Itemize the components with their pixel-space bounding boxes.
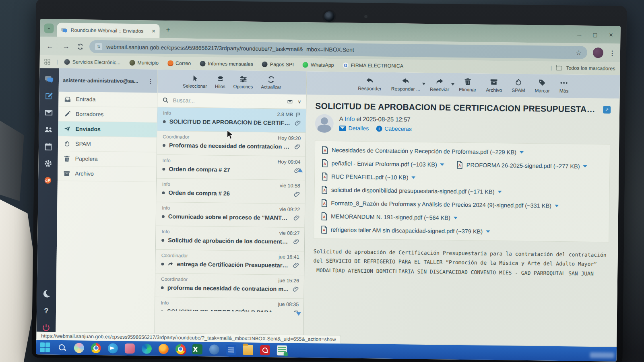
reload-button[interactable]	[77, 43, 84, 50]
message-list-item[interactable]: Coordinador jue 15:26 proforma	[155, 274, 304, 299]
dark-mode-icon[interactable]	[39, 286, 54, 301]
account-header[interactable]: asistente-administrativo@sa...	[59, 68, 158, 93]
excel-icon[interactable]	[192, 344, 202, 354]
address-bar[interactable]: webmail.sanjuan.gob.ec/cpsess9598656217/…	[89, 40, 587, 59]
chrome-profile-icon[interactable]	[175, 344, 186, 354]
mail-icon[interactable]	[41, 105, 56, 120]
browser-circle-icon[interactable]	[209, 344, 219, 354]
flag-icon[interactable]	[295, 112, 301, 117]
attachment-name[interactable]: RUC PENAFIEL.pdf (~10 KB)	[331, 173, 409, 181]
search-options-chevron-icon[interactable]	[298, 99, 301, 105]
details-toggle[interactable]: Detalles	[339, 125, 369, 132]
dropdown-caret-icon[interactable]	[451, 83, 454, 85]
list-toolbar-button[interactable]: Actualizar	[261, 76, 281, 90]
dropdown-caret-icon[interactable]	[422, 82, 425, 85]
account-menu-icon[interactable]	[148, 78, 153, 84]
sheets-icon[interactable]	[277, 345, 287, 355]
new-tab-button[interactable]	[163, 25, 173, 35]
forward-button[interactable]: →	[61, 42, 71, 50]
attachment-menu-caret-icon[interactable]	[454, 217, 458, 219]
start-button[interactable]	[40, 342, 50, 352]
bookmark-item[interactable]: Informes mensuales	[200, 61, 253, 67]
window-maximize-button[interactable]	[592, 32, 597, 38]
reader-toolbar-button[interactable]: Eliminar	[459, 77, 477, 93]
reader-toolbar-button[interactable]: SPAM	[512, 78, 525, 93]
scroll-up-arrow[interactable]	[298, 169, 303, 172]
tab-close-icon[interactable]	[151, 28, 155, 34]
attachment-name[interactable]: MEMORANDUM N. 191-signed.pdf (~564 KB)	[331, 213, 450, 221]
attachment-menu-caret-icon[interactable]	[555, 205, 559, 207]
reader-toolbar-button[interactable]: Reenviar	[430, 77, 449, 93]
folder-item[interactable]: Archivo	[58, 166, 156, 182]
attachment-item[interactable]: Necesidades de Contratación y Recepción …	[322, 146, 524, 156]
attachment-item[interactable]: peñafiel - Enviar Proforma.pdf (~103 KB)	[321, 159, 444, 169]
attachment-item[interactable]: MEMORANDUM N. 191-signed.pdf (~564 KB)	[321, 212, 458, 222]
file-explorer-icon[interactable]	[243, 345, 253, 355]
bookmark-item[interactable]: Servicios Electrónic...	[64, 59, 121, 66]
recipient-link[interactable]: Info	[345, 115, 355, 122]
search-button[interactable]	[57, 342, 67, 352]
attachment-menu-caret-icon[interactable]	[520, 151, 524, 154]
attachment-name[interactable]: Necesidades de Contratación y Recepción …	[332, 147, 516, 156]
reader-toolbar-button[interactable]: Responder ...	[391, 76, 420, 92]
attachment-name[interactable]: solicitud de disponibilidad presupuestar…	[331, 187, 495, 195]
back-button[interactable]: ←	[45, 42, 55, 50]
bookmark-item[interactable]: Pagos SPI	[262, 62, 294, 68]
message-list-item[interactable]: Info jue 08:35 SOLICITUD DE APR	[155, 297, 303, 313]
tab-search-button[interactable]	[44, 23, 54, 33]
folder-item[interactable]: Enviados	[58, 121, 157, 138]
all-bookmarks-label[interactable]: Todos los marcadores	[566, 65, 615, 71]
bookmark-star-icon[interactable]	[576, 49, 582, 56]
attachment-name[interactable]: peñafiel - Enviar Proforma.pdf (~103 KB)	[331, 160, 437, 168]
attachment-menu-caret-icon[interactable]	[486, 230, 490, 233]
edge-icon[interactable]	[142, 343, 152, 354]
firefox-icon[interactable]	[159, 343, 169, 354]
folder-item[interactable]: SPAM	[58, 136, 157, 152]
browser-tab[interactable]: Roundcube Webmail :: Enviados	[57, 23, 159, 38]
bookmark-item[interactable]: Municipio	[129, 60, 159, 66]
message-list-item[interactable]: Coordinador jue 16:41 entrega d	[155, 250, 304, 276]
attachment-menu-caret-icon[interactable]	[583, 165, 587, 168]
attachment-name[interactable]: Formato_8_Razón de Proformas y Análisis …	[331, 200, 551, 209]
headers-toggle[interactable]: Cabeceras	[376, 125, 412, 132]
attachment-menu-caret-icon[interactable]	[498, 191, 502, 193]
scroll-down-arrow[interactable]	[296, 312, 301, 316]
attachment-item[interactable]: RUC PENAFIEL.pdf (~10 KB)	[321, 173, 416, 182]
telegram-icon[interactable]	[108, 343, 118, 353]
message-list-item[interactable]: Info Hoy 09:04 Orden de compra	[157, 155, 305, 181]
bookmark-item[interactable]: WhatsApp	[303, 62, 334, 68]
browser-menu-icon[interactable]	[609, 49, 615, 57]
attachment-item[interactable]: PROFORMA 26-2025-signed.pdf (~277 KB)	[456, 161, 587, 171]
roundcube-logo-icon[interactable]	[41, 71, 57, 86]
open-in-new-window-icon[interactable]	[603, 106, 611, 113]
profile-avatar[interactable]	[593, 47, 603, 58]
message-list-item[interactable]: Info vie 10:58 Orden de compra	[156, 179, 305, 204]
compose-icon[interactable]	[41, 88, 56, 103]
help-icon[interactable]	[39, 303, 54, 318]
window-minimize-button[interactable]	[577, 31, 581, 37]
window-close-button[interactable]	[609, 32, 613, 38]
photos-icon[interactable]	[125, 343, 135, 353]
attachment-name[interactable]: refrigerios taller AM sin discapacidad-s…	[330, 226, 483, 235]
attachment-name[interactable]: PROFORMA 26-2025-signed.pdf (~277 KB)	[466, 162, 580, 169]
attachment-item[interactable]: solicitud de disponibilidad presupuestar…	[321, 186, 502, 196]
list-toolbar-button[interactable]: Seleccionar	[183, 75, 207, 89]
contacts-icon[interactable]	[41, 122, 56, 137]
reader-toolbar-button[interactable]: Más	[559, 78, 569, 93]
url-text[interactable]: webmail.sanjuan.gob.ec/cpsess9598656217/…	[106, 43, 572, 56]
bookmark-item[interactable]: Correo	[167, 60, 191, 66]
copilot-icon[interactable]	[74, 343, 84, 353]
attachment-menu-caret-icon[interactable]	[411, 176, 415, 179]
list-toolbar-button[interactable]: Hilos	[215, 75, 225, 89]
folder-item[interactable]: Papelera	[58, 151, 156, 167]
acrobat-icon[interactable]	[260, 345, 270, 355]
settings-icon[interactable]	[40, 156, 56, 171]
site-info-icon[interactable]	[95, 43, 102, 50]
message-list-item[interactable]: Info vie 08:27 Solicitud de apr	[156, 226, 305, 252]
apps-grid-icon[interactable]	[45, 59, 50, 64]
reader-toolbar-button[interactable]: Archivo	[486, 78, 502, 93]
calendar-icon[interactable]	[41, 139, 56, 154]
reader-toolbar-button[interactable]: Responder	[358, 76, 382, 91]
message-list-item[interactable]: Info vie 09:22 Comunicado sobre	[156, 202, 305, 228]
list-toolbar-button[interactable]: Opciones	[233, 75, 253, 89]
